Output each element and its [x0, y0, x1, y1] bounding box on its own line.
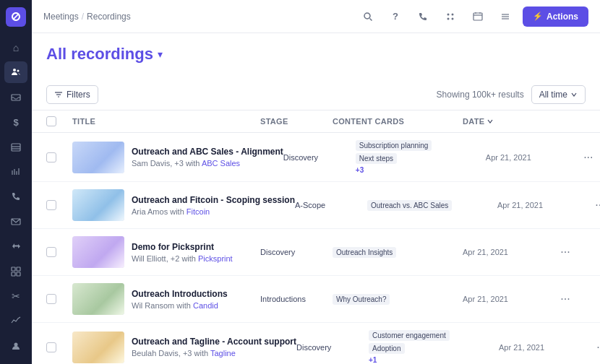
row-title-cell: 46m Demo for Picksprint Will Elliott, +2…: [72, 236, 260, 268]
row-more-button-4[interactable]: ···: [557, 290, 574, 308]
recording-title[interactable]: Demo for Picksprint: [132, 242, 260, 252]
home-icon[interactable]: ⌂: [4, 37, 27, 58]
recording-subtitle: Wil Ransom with Candid: [132, 301, 260, 310]
title-chevron-icon[interactable]: ▾: [158, 48, 163, 60]
phone-icon[interactable]: [413, 6, 433, 27]
recording-thumbnail-3[interactable]: 46m: [72, 236, 124, 268]
svg-point-18: [447, 13, 449, 15]
inbox-icon[interactable]: [4, 86, 27, 108]
filter-label: Filters: [67, 90, 90, 100]
select-all-checkbox[interactable]: [46, 116, 56, 126]
email-icon[interactable]: [4, 211, 27, 233]
time-filter-label: All time: [539, 90, 567, 100]
content-icon[interactable]: [4, 260, 27, 282]
recording-thumbnail-2[interactable]: 35m: [72, 189, 124, 221]
recording-title[interactable]: Outreach and ABC Sales - Alignment: [132, 147, 283, 157]
row-checkbox-4[interactable]: [46, 294, 56, 304]
actions-button[interactable]: ⚡ Actions: [523, 6, 588, 27]
recording-subtitle: Sam Davis, +3 with ABC Sales: [132, 159, 283, 168]
page-content: All recordings ▾ Filters Showing 100k+ r…: [32, 33, 600, 364]
table-header: Title Stage Content cards Date: [32, 110, 600, 133]
app-logo[interactable]: [6, 7, 26, 27]
calendar-icon[interactable]: [468, 6, 488, 27]
content-cards-cell: Why Outreach?: [333, 294, 463, 305]
row-checkbox-cell: [46, 152, 72, 162]
table-row: 25m Outreach and Tagline - Account suppo…: [32, 323, 600, 364]
svg-rect-11: [12, 267, 15, 271]
recording-title[interactable]: Outreach and Tagline - Account support: [132, 337, 296, 347]
th-content-cards: Content cards: [333, 117, 463, 126]
th-title: Title: [72, 117, 260, 126]
recording-title[interactable]: Outreach Introductions: [132, 289, 260, 299]
th-stage: Stage: [260, 117, 333, 126]
deals-icon[interactable]: $: [4, 111, 27, 133]
row-checkbox-2[interactable]: [46, 200, 56, 210]
recording-date: Apr 21, 2021: [463, 295, 557, 303]
row-more-button-1[interactable]: ···: [580, 149, 597, 166]
search-icon[interactable]: [358, 6, 378, 27]
svg-rect-13: [12, 272, 15, 276]
content-cards-cell: Customer engagementAdoption+1: [369, 330, 499, 364]
topbar: Meetings / Recordings ? ⚡ Actions: [32, 0, 600, 33]
recording-thumbnail-1[interactable]: 25m: [72, 142, 124, 173]
recording-date: Apr 21, 2021: [486, 153, 580, 162]
recording-subtitle: Will Elliott, +2 with Picksprint: [132, 254, 260, 263]
tasks-icon[interactable]: [4, 136, 27, 157]
page-title: All recordings: [46, 45, 153, 64]
row-checkbox-5[interactable]: [46, 342, 56, 352]
grid-icon[interactable]: [440, 6, 460, 27]
filter-bar: Filters Showing 100k+ results All time: [32, 79, 600, 110]
row-title-cell: 1h 25m Outreach Introductions Wil Ransom…: [72, 283, 260, 315]
time-filter-dropdown[interactable]: All time: [531, 85, 586, 104]
contacts-icon[interactable]: [4, 61, 27, 83]
svg-rect-12: [17, 267, 20, 271]
table-row: 25m Outreach and ABC Sales - Alignment S…: [32, 133, 600, 182]
row-more-button-5[interactable]: ···: [593, 339, 600, 356]
row-checkbox-1[interactable]: [46, 152, 56, 162]
content-cards-cell: Subscription planningNext steps+3: [356, 140, 486, 174]
recording-info: Outreach and Fitcoin - Scoping session A…: [132, 195, 295, 216]
breadcrumb: Meetings / Recordings: [43, 12, 131, 22]
stage-badge: A-Scope: [295, 201, 367, 209]
content-cards-cell: Outreach Insights: [333, 247, 463, 258]
breadcrumb-meetings[interactable]: Meetings: [43, 12, 79, 22]
breadcrumb-recordings[interactable]: Recordings: [87, 12, 131, 22]
svg-point-15: [14, 342, 18, 346]
th-date[interactable]: Date: [463, 117, 557, 126]
content-card-tag: Subscription planning: [356, 140, 432, 151]
svg-point-0: [13, 69, 16, 72]
breadcrumb-sep: /: [82, 12, 84, 22]
recording-thumbnail-5[interactable]: 25m: [72, 332, 124, 363]
stage-badge: Discovery: [260, 248, 333, 256]
recording-subtitle: Beulah Davis, +3 with Tagline: [132, 349, 296, 358]
cards-extra: +1: [369, 356, 499, 364]
recording-title[interactable]: Outreach and Fitcoin - Scoping session: [132, 195, 295, 205]
profile-icon[interactable]: [4, 335, 27, 357]
row-checkbox-3[interactable]: [46, 247, 56, 257]
help-icon[interactable]: ?: [385, 6, 406, 27]
recording-thumbnail-4[interactable]: 1h 25m: [72, 283, 124, 315]
filters-button[interactable]: Filters: [46, 85, 98, 104]
recording-info: Outreach and Tagline - Account support B…: [132, 337, 296, 358]
settings-icon[interactable]: [495, 6, 515, 27]
row-checkbox-cell: [46, 294, 72, 304]
calls-icon[interactable]: [4, 186, 27, 207]
sequences-icon[interactable]: [4, 235, 27, 257]
scissors-icon[interactable]: ✂: [4, 285, 27, 307]
stage-badge: Discovery: [296, 343, 369, 352]
row-checkbox-cell: [46, 342, 72, 352]
row-more-button-3[interactable]: ···: [557, 243, 574, 261]
svg-point-16: [364, 13, 370, 19]
recording-date: Apr 21, 2021: [497, 201, 591, 209]
row-more-button-2[interactable]: ···: [591, 196, 600, 214]
row-title-cell: 25m Outreach and ABC Sales - Alignment S…: [72, 142, 283, 173]
content-card-tag: Next steps: [356, 153, 397, 164]
reports-icon[interactable]: [4, 161, 27, 183]
analytics-icon[interactable]: [4, 310, 27, 332]
cards-extra: +3: [356, 166, 486, 174]
svg-rect-14: [17, 272, 20, 276]
recording-subtitle: Aria Amos with Fitcoin: [132, 207, 295, 216]
recordings-table: Title Stage Content cards Date 25m Outre…: [32, 110, 600, 364]
page-header: All recordings ▾: [32, 33, 600, 79]
content-card-tag: Why Outreach?: [333, 294, 390, 305]
